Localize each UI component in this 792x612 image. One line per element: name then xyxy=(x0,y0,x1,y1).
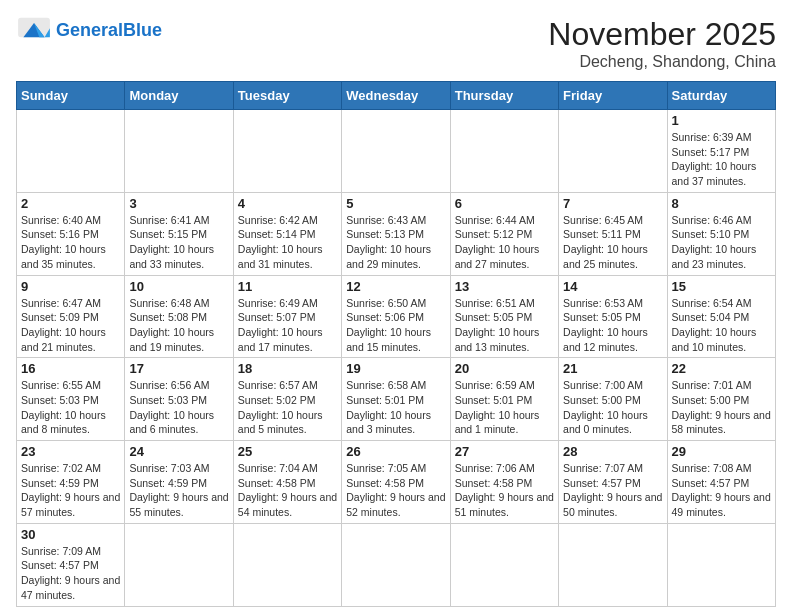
title-area: November 2025 Decheng, Shandong, China xyxy=(548,16,776,71)
calendar-row: 30Sunrise: 7:09 AM Sunset: 4:57 PM Dayli… xyxy=(17,523,776,606)
table-row: 17Sunrise: 6:56 AM Sunset: 5:03 PM Dayli… xyxy=(125,358,233,441)
table-row: 30Sunrise: 7:09 AM Sunset: 4:57 PM Dayli… xyxy=(17,523,125,606)
day-number: 19 xyxy=(346,361,445,376)
day-number: 9 xyxy=(21,279,120,294)
day-number: 16 xyxy=(21,361,120,376)
table-row: 29Sunrise: 7:08 AM Sunset: 4:57 PM Dayli… xyxy=(667,441,775,524)
day-number: 7 xyxy=(563,196,662,211)
table-row: 19Sunrise: 6:58 AM Sunset: 5:01 PM Dayli… xyxy=(342,358,450,441)
table-row xyxy=(342,523,450,606)
day-info: Sunrise: 6:49 AM Sunset: 5:07 PM Dayligh… xyxy=(238,296,337,355)
day-info: Sunrise: 7:08 AM Sunset: 4:57 PM Dayligh… xyxy=(672,461,771,520)
day-number: 2 xyxy=(21,196,120,211)
table-row xyxy=(450,523,558,606)
table-row: 3Sunrise: 6:41 AM Sunset: 5:15 PM Daylig… xyxy=(125,192,233,275)
day-info: Sunrise: 7:06 AM Sunset: 4:58 PM Dayligh… xyxy=(455,461,554,520)
day-info: Sunrise: 7:00 AM Sunset: 5:00 PM Dayligh… xyxy=(563,378,662,437)
table-row: 2Sunrise: 6:40 AM Sunset: 5:16 PM Daylig… xyxy=(17,192,125,275)
header-tuesday: Tuesday xyxy=(233,82,341,110)
header-thursday: Thursday xyxy=(450,82,558,110)
page-header: GeneralBlue November 2025 Decheng, Shand… xyxy=(16,16,776,71)
table-row xyxy=(125,110,233,193)
header-friday: Friday xyxy=(559,82,667,110)
day-number: 14 xyxy=(563,279,662,294)
table-row: 7Sunrise: 6:45 AM Sunset: 5:11 PM Daylig… xyxy=(559,192,667,275)
day-number: 27 xyxy=(455,444,554,459)
table-row: 10Sunrise: 6:48 AM Sunset: 5:08 PM Dayli… xyxy=(125,275,233,358)
logo: GeneralBlue xyxy=(16,16,162,46)
day-number: 1 xyxy=(672,113,771,128)
table-row: 16Sunrise: 6:55 AM Sunset: 5:03 PM Dayli… xyxy=(17,358,125,441)
day-info: Sunrise: 6:59 AM Sunset: 5:01 PM Dayligh… xyxy=(455,378,554,437)
day-number: 3 xyxy=(129,196,228,211)
day-number: 25 xyxy=(238,444,337,459)
table-row xyxy=(17,110,125,193)
day-info: Sunrise: 7:07 AM Sunset: 4:57 PM Dayligh… xyxy=(563,461,662,520)
day-number: 4 xyxy=(238,196,337,211)
table-row: 4Sunrise: 6:42 AM Sunset: 5:14 PM Daylig… xyxy=(233,192,341,275)
table-row xyxy=(667,523,775,606)
table-row xyxy=(450,110,558,193)
day-number: 6 xyxy=(455,196,554,211)
day-number: 22 xyxy=(672,361,771,376)
day-number: 28 xyxy=(563,444,662,459)
table-row: 6Sunrise: 6:44 AM Sunset: 5:12 PM Daylig… xyxy=(450,192,558,275)
calendar-row: 2Sunrise: 6:40 AM Sunset: 5:16 PM Daylig… xyxy=(17,192,776,275)
table-row: 11Sunrise: 6:49 AM Sunset: 5:07 PM Dayli… xyxy=(233,275,341,358)
table-row: 14Sunrise: 6:53 AM Sunset: 5:05 PM Dayli… xyxy=(559,275,667,358)
logo-text: GeneralBlue xyxy=(56,21,162,41)
table-row xyxy=(559,523,667,606)
day-number: 30 xyxy=(21,527,120,542)
day-info: Sunrise: 6:56 AM Sunset: 5:03 PM Dayligh… xyxy=(129,378,228,437)
calendar-row: 1Sunrise: 6:39 AM Sunset: 5:17 PM Daylig… xyxy=(17,110,776,193)
table-row: 9Sunrise: 6:47 AM Sunset: 5:09 PM Daylig… xyxy=(17,275,125,358)
table-row: 21Sunrise: 7:00 AM Sunset: 5:00 PM Dayli… xyxy=(559,358,667,441)
logo-icon xyxy=(16,16,52,46)
table-row xyxy=(233,110,341,193)
day-info: Sunrise: 6:55 AM Sunset: 5:03 PM Dayligh… xyxy=(21,378,120,437)
day-info: Sunrise: 6:58 AM Sunset: 5:01 PM Dayligh… xyxy=(346,378,445,437)
table-row: 27Sunrise: 7:06 AM Sunset: 4:58 PM Dayli… xyxy=(450,441,558,524)
day-info: Sunrise: 6:53 AM Sunset: 5:05 PM Dayligh… xyxy=(563,296,662,355)
day-number: 24 xyxy=(129,444,228,459)
day-info: Sunrise: 6:46 AM Sunset: 5:10 PM Dayligh… xyxy=(672,213,771,272)
day-number: 29 xyxy=(672,444,771,459)
day-info: Sunrise: 6:50 AM Sunset: 5:06 PM Dayligh… xyxy=(346,296,445,355)
calendar-row: 23Sunrise: 7:02 AM Sunset: 4:59 PM Dayli… xyxy=(17,441,776,524)
day-info: Sunrise: 6:41 AM Sunset: 5:15 PM Dayligh… xyxy=(129,213,228,272)
day-number: 10 xyxy=(129,279,228,294)
day-info: Sunrise: 7:04 AM Sunset: 4:58 PM Dayligh… xyxy=(238,461,337,520)
table-row: 12Sunrise: 6:50 AM Sunset: 5:06 PM Dayli… xyxy=(342,275,450,358)
table-row xyxy=(342,110,450,193)
header-monday: Monday xyxy=(125,82,233,110)
day-info: Sunrise: 6:54 AM Sunset: 5:04 PM Dayligh… xyxy=(672,296,771,355)
location-title: Decheng, Shandong, China xyxy=(548,53,776,71)
table-row: 22Sunrise: 7:01 AM Sunset: 5:00 PM Dayli… xyxy=(667,358,775,441)
day-info: Sunrise: 6:48 AM Sunset: 5:08 PM Dayligh… xyxy=(129,296,228,355)
day-info: Sunrise: 6:51 AM Sunset: 5:05 PM Dayligh… xyxy=(455,296,554,355)
day-number: 17 xyxy=(129,361,228,376)
header-sunday: Sunday xyxy=(17,82,125,110)
day-number: 18 xyxy=(238,361,337,376)
day-info: Sunrise: 6:45 AM Sunset: 5:11 PM Dayligh… xyxy=(563,213,662,272)
header-wednesday: Wednesday xyxy=(342,82,450,110)
day-info: Sunrise: 7:05 AM Sunset: 4:58 PM Dayligh… xyxy=(346,461,445,520)
day-number: 11 xyxy=(238,279,337,294)
table-row: 26Sunrise: 7:05 AM Sunset: 4:58 PM Dayli… xyxy=(342,441,450,524)
day-info: Sunrise: 6:40 AM Sunset: 5:16 PM Dayligh… xyxy=(21,213,120,272)
calendar-row: 9Sunrise: 6:47 AM Sunset: 5:09 PM Daylig… xyxy=(17,275,776,358)
day-info: Sunrise: 6:39 AM Sunset: 5:17 PM Dayligh… xyxy=(672,130,771,189)
calendar-header-row: Sunday Monday Tuesday Wednesday Thursday… xyxy=(17,82,776,110)
table-row: 8Sunrise: 6:46 AM Sunset: 5:10 PM Daylig… xyxy=(667,192,775,275)
day-info: Sunrise: 6:43 AM Sunset: 5:13 PM Dayligh… xyxy=(346,213,445,272)
day-info: Sunrise: 7:02 AM Sunset: 4:59 PM Dayligh… xyxy=(21,461,120,520)
day-info: Sunrise: 6:57 AM Sunset: 5:02 PM Dayligh… xyxy=(238,378,337,437)
day-info: Sunrise: 6:42 AM Sunset: 5:14 PM Dayligh… xyxy=(238,213,337,272)
day-info: Sunrise: 7:03 AM Sunset: 4:59 PM Dayligh… xyxy=(129,461,228,520)
header-saturday: Saturday xyxy=(667,82,775,110)
table-row: 5Sunrise: 6:43 AM Sunset: 5:13 PM Daylig… xyxy=(342,192,450,275)
day-number: 20 xyxy=(455,361,554,376)
day-number: 26 xyxy=(346,444,445,459)
table-row: 18Sunrise: 6:57 AM Sunset: 5:02 PM Dayli… xyxy=(233,358,341,441)
day-info: Sunrise: 7:09 AM Sunset: 4:57 PM Dayligh… xyxy=(21,544,120,603)
